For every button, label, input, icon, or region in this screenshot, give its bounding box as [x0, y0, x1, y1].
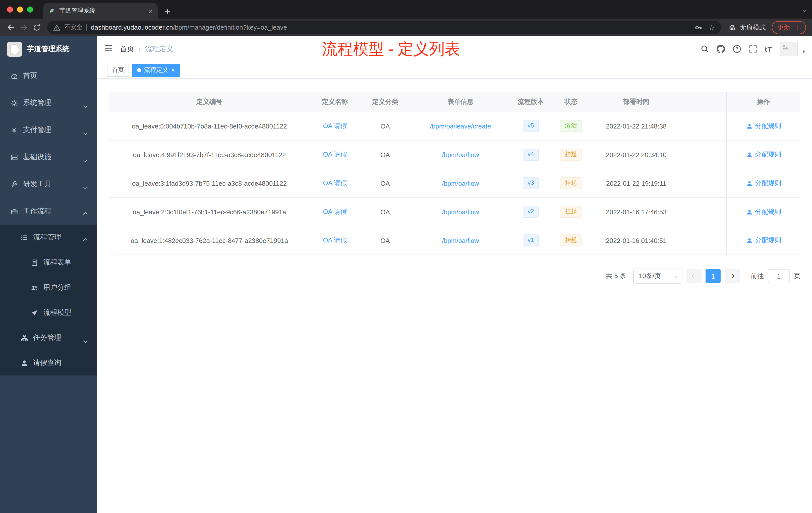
version-badge[interactable]: v5 [522, 120, 539, 132]
chevron-up-icon [84, 235, 87, 243]
person-icon [20, 359, 28, 367]
breadcrumb-home[interactable]: 首页 [120, 44, 134, 54]
back-button[interactable] [4, 21, 17, 34]
sidebar-item-label: 流程模型 [43, 308, 71, 317]
github-icon[interactable] [717, 45, 725, 53]
breadcrumb-current: 流程定义 [145, 44, 173, 54]
search-icon[interactable] [700, 45, 709, 53]
browser-tab-strip: 芋道管理系统 × + [0, 0, 812, 19]
sidebar-item-leave-query[interactable]: 请假查询 [0, 350, 97, 375]
form-link[interactable]: /bpm/oa/flow [442, 179, 479, 187]
cell-deploy-time: 2022-01-16 17:46:53 [591, 208, 682, 216]
definition-name-link[interactable]: OA 请假 [323, 236, 347, 245]
sidebar-collapse-icon[interactable] [104, 43, 113, 55]
caret-down-icon[interactable]: ▾ [803, 49, 805, 56]
assign-rule-link[interactable]: 分配规则 [746, 121, 781, 130]
sidebar-item-label: 用户分组 [43, 283, 71, 292]
sidebar-item-dev-tools[interactable]: 研发工具 [0, 171, 97, 198]
page-size-select[interactable]: 10条/页 [633, 269, 683, 283]
chevron-down-icon [84, 182, 87, 190]
breadcrumb: 首页 / 流程定义 [120, 44, 173, 54]
active-dot [137, 68, 141, 72]
close-window-button[interactable] [7, 6, 13, 12]
font-size-icon[interactable]: tT [765, 45, 772, 53]
user-avatar[interactable] [780, 42, 798, 56]
cell-deploy-time: 2022-01-16 01:40:51 [591, 237, 682, 244]
tab-title: 芋道管理系统 [59, 6, 145, 15]
page-number-button[interactable]: 1 [705, 269, 721, 283]
form-link[interactable]: /bpm/oa/flow [442, 237, 479, 244]
prev-page-button[interactable] [687, 269, 701, 283]
cell-deploy-time: 2022-01-22 19:19:11 [591, 179, 682, 187]
assign-rule-link[interactable]: 分配规则 [746, 236, 781, 245]
url-text[interactable]: dashboard.yudao.iocoder.cn/bpm/manager/d… [91, 24, 287, 31]
incognito-label: 无痕模式 [740, 23, 766, 32]
yen-icon: ¥ [10, 126, 18, 134]
app-logo[interactable]: 芋道管理系统 [0, 36, 97, 62]
sidebar-item-label: 工作流程 [23, 207, 51, 216]
maximize-window-button[interactable] [27, 6, 33, 12]
workflow-submenu: 流程管理 流程表单 用户分组 [0, 225, 97, 375]
chevron-down-icon [84, 155, 87, 163]
forward-button[interactable] [17, 21, 30, 34]
cell-deploy-time: 2022-01-22 21:48:38 [591, 122, 682, 130]
browser-menu-icon[interactable]: ⋮ [794, 24, 801, 31]
wrench-icon [10, 180, 18, 188]
tag-close-icon[interactable]: × [171, 67, 175, 73]
address-bar[interactable]: 不安全 dashboard.yudao.iocoder.cn/bpm/manag… [47, 21, 721, 34]
sidebar-item-process-mgmt[interactable]: 流程管理 [0, 225, 97, 250]
tab-search-chevron-icon[interactable] [803, 4, 806, 13]
column-header: 部署时间 [591, 97, 682, 107]
security-label[interactable]: 不安全 [64, 23, 82, 32]
incognito-icon [728, 23, 736, 31]
sidebar-item-process-form[interactable]: 流程表单 [0, 250, 97, 275]
incognito-indicator: 无痕模式 [728, 23, 766, 32]
help-icon[interactable]: ? [733, 45, 741, 53]
goto-page-input[interactable] [768, 269, 790, 283]
sidebar-item-infrastructure[interactable]: 基础设施 [0, 144, 97, 171]
definition-name-link[interactable]: OA 请假 [323, 179, 347, 188]
table-row: oa_leave:5:004b710b-7b8a-11ec-8ef0-acde4… [109, 112, 801, 141]
tag-process-definition[interactable]: 流程定义 × [132, 63, 180, 77]
version-badge[interactable]: v2 [522, 206, 539, 218]
version-badge[interactable]: v4 [522, 149, 539, 160]
minimize-window-button[interactable] [17, 6, 23, 12]
chrome-update-button[interactable]: 更新 ⋮ [772, 21, 806, 34]
reload-button[interactable] [30, 21, 43, 34]
gear-icon [10, 99, 18, 107]
bookmark-star-icon[interactable]: ☆ [708, 24, 715, 31]
sidebar-item-system-mgmt[interactable]: 系统管理 [0, 89, 97, 117]
password-key-icon[interactable] [694, 23, 702, 31]
sidebar-item-user-group[interactable]: 用户分组 [0, 275, 97, 300]
browser-tab[interactable]: 芋道管理系统 × [43, 3, 158, 19]
version-badge[interactable]: v1 [522, 234, 539, 246]
status-badge: 挂起 [560, 177, 582, 189]
assign-rule-link[interactable]: 分配规则 [746, 150, 781, 159]
cell-category: OA [360, 237, 410, 244]
definition-name-link[interactable]: OA 请假 [323, 121, 347, 130]
sidebar: 芋道管理系统 首页 系统管理 ¥ 支付管理 [0, 36, 97, 513]
definition-name-link[interactable]: OA 请假 [323, 207, 347, 216]
next-page-button[interactable] [725, 269, 740, 283]
version-badge[interactable]: v3 [522, 177, 539, 189]
sidebar-item-payment-mgmt[interactable]: ¥ 支付管理 [0, 117, 97, 144]
sidebar-item-label: 请假查询 [33, 358, 61, 367]
tag-home[interactable]: 首页 [107, 63, 129, 77]
definition-name-link[interactable]: OA 请假 [323, 150, 347, 159]
cell-deploy-time: 2022-01-22 20:34:10 [591, 151, 682, 158]
assign-rule-link[interactable]: 分配规则 [746, 179, 781, 188]
status-badge: 挂起 [560, 206, 582, 218]
tab-close-icon[interactable]: × [149, 7, 153, 14]
sidebar-item-process-model[interactable]: 流程模型 [0, 300, 97, 325]
assign-rule-link[interactable]: 分配规则 [746, 207, 781, 216]
sidebar-item-workflow[interactable]: 工作流程 [0, 198, 97, 225]
form-link[interactable]: /bpm/oa/flow [442, 151, 479, 158]
sidebar-item-task-mgmt[interactable]: 任务管理 [0, 325, 97, 350]
form-link[interactable]: /bpm/oa/leave/create [430, 122, 491, 130]
sidebar-item-home[interactable]: 首页 [0, 62, 97, 89]
new-tab-button[interactable]: + [165, 6, 170, 16]
cell-definition-id: oa_leave:2:3c1f0ef1-76b1-11ec-9c66-a2380… [109, 208, 310, 216]
form-link[interactable]: /bpm/oa/flow [442, 208, 479, 216]
goto-label: 前往 [751, 272, 764, 280]
fullscreen-icon[interactable] [749, 45, 757, 53]
